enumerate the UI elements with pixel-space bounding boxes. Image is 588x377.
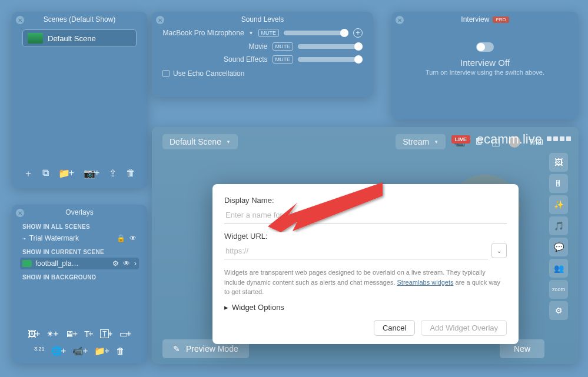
overlay-thumbnail bbox=[22, 260, 32, 267]
streamlabs-link[interactable]: Streamlabs widgets bbox=[397, 279, 454, 286]
text-add-icon[interactable]: T+ bbox=[84, 329, 94, 339]
eye-icon[interactable]: 👁 bbox=[129, 234, 137, 242]
textbox-add-icon[interactable]: 🅃+ bbox=[100, 329, 113, 339]
display-name-label: Display Name: bbox=[224, 196, 507, 205]
section-all: SHOW IN ALL SCENES bbox=[12, 219, 147, 232]
checkbox[interactable] bbox=[162, 70, 170, 77]
sound-row-fx: Sound Effects MUTE bbox=[152, 53, 373, 66]
source-label: Sound Effects bbox=[162, 55, 268, 64]
video-add-icon[interactable]: 📹+ bbox=[72, 346, 88, 356]
close-icon[interactable]: ✕ bbox=[156, 16, 164, 24]
camera-add-icon[interactable]: 📷+ bbox=[84, 168, 99, 180]
display-name-input[interactable] bbox=[224, 207, 507, 223]
scene-label: Default Scene bbox=[48, 34, 96, 43]
time-badge: 3:21 bbox=[34, 346, 45, 356]
interview-panel: ✕ InterviewPRO Interview Off Turn on Int… bbox=[391, 12, 579, 119]
chevron-right-icon: ▸ bbox=[224, 303, 228, 312]
lock-icon[interactable]: 🔒 bbox=[117, 234, 125, 242]
add-widget-button[interactable]: Add Widget Overlay bbox=[421, 320, 507, 336]
globe-add-icon[interactable]: 🌐+ bbox=[51, 346, 67, 356]
close-icon[interactable]: ✕ bbox=[396, 16, 404, 24]
chevron-icon[interactable]: › bbox=[134, 259, 137, 268]
scenes-toolbar: ＋ ⧉ 📁+ 📷+ ⇪ 🗑 bbox=[12, 168, 147, 180]
overlay-item-watermark[interactable]: ◦• Trial Watermark 🔒 👁 bbox=[12, 232, 147, 244]
scene-item[interactable]: Default Scene bbox=[22, 29, 137, 47]
mute-button[interactable]: MUTE bbox=[273, 55, 294, 64]
overlays-toolbar: 🖼+ ✴+ 🖥+ T+ 🅃+ ▭+ 3:21 🌐+ 📹+ 📁+ 🗑 bbox=[12, 329, 147, 356]
grid-icon[interactable] bbox=[547, 136, 571, 141]
trash-icon[interactable]: 🗑 bbox=[116, 346, 125, 356]
trash-icon[interactable]: 🗑 bbox=[126, 168, 135, 180]
scene-thumbnail bbox=[28, 33, 43, 44]
scene-dropdown[interactable]: Default Scene▼ bbox=[162, 134, 238, 149]
watermark-text: ecamm.live bbox=[477, 132, 542, 147]
scenes-panel: ✕ Scenes (Default Show) Default Scene ＋ … bbox=[12, 12, 147, 188]
folder-add-icon[interactable]: 📁+ bbox=[58, 168, 74, 180]
interview-hint: Turn on Interview using the switch above… bbox=[391, 69, 579, 76]
right-toolbar: 🖼 🎚 ✨ 🎵 💬 👥 zoom ⚙ bbox=[548, 136, 569, 329]
section-bg: SHOW IN BACKGROUND bbox=[12, 269, 147, 283]
source-label: Movie bbox=[162, 42, 268, 51]
volume-slider[interactable] bbox=[298, 44, 363, 49]
pro-badge: PRO bbox=[493, 16, 509, 23]
chevron-down-icon: ▼ bbox=[226, 139, 231, 145]
sound-row-movie: Movie MUTE bbox=[152, 40, 373, 53]
widget-url-label: Widget URL: bbox=[224, 232, 507, 241]
widget-modal: Display Name: Widget URL: ⌄ Widgets are … bbox=[212, 184, 519, 344]
echo-row[interactable]: Use Echo Cancellation bbox=[152, 66, 373, 81]
duplicate-icon[interactable]: ⧉ bbox=[42, 168, 49, 180]
overlays-panel: ✕ Overlays SHOW IN ALL SCENES ◦• Trial W… bbox=[12, 205, 147, 363]
overlay-label: football_pla… bbox=[35, 259, 78, 268]
echo-label: Use Echo Cancellation bbox=[173, 69, 244, 78]
adjust-tool-icon[interactable]: 🎚 bbox=[549, 174, 568, 193]
add-source-icon[interactable]: + bbox=[353, 28, 363, 38]
chevron-down-icon[interactable]: ▼ bbox=[249, 31, 254, 36]
overlay-item-football[interactable]: football_pla… ⚙ 👁 › bbox=[20, 258, 139, 269]
gif-add-icon[interactable]: ✴+ bbox=[46, 329, 58, 339]
eye-icon[interactable]: 👁 bbox=[123, 259, 130, 268]
image-tool-icon[interactable]: 🖼 bbox=[549, 153, 568, 172]
screen-add-icon[interactable]: 🖥+ bbox=[65, 329, 78, 339]
stream-dropdown[interactable]: Stream▼ bbox=[396, 134, 446, 149]
live-badge: LIVE bbox=[451, 135, 470, 144]
pencil-icon: ✎ bbox=[173, 344, 180, 353]
gear-icon[interactable]: ⚙ bbox=[549, 301, 568, 320]
close-icon[interactable]: ✕ bbox=[16, 16, 24, 24]
music-tool-icon[interactable]: 🎵 bbox=[549, 216, 568, 235]
wand-tool-icon[interactable]: ✨ bbox=[549, 195, 568, 214]
export-icon[interactable]: ⇪ bbox=[109, 168, 117, 180]
gear-icon[interactable]: ⚙ bbox=[112, 259, 119, 268]
volume-slider[interactable] bbox=[284, 31, 348, 35]
overlay-label: Trial Watermark bbox=[29, 234, 79, 242]
cancel-button[interactable]: Cancel bbox=[374, 320, 415, 336]
widget-url-input[interactable] bbox=[224, 243, 488, 259]
chevron-down-icon: ▼ bbox=[434, 139, 438, 145]
chat-tool-icon[interactable]: 💬 bbox=[549, 238, 568, 256]
interview-title: InterviewPRO bbox=[391, 12, 579, 26]
overlays-title: Overlays bbox=[12, 205, 147, 219]
url-dropdown[interactable]: ⌄ bbox=[491, 243, 507, 258]
mute-button[interactable]: MUTE bbox=[273, 42, 294, 51]
interview-status: Interview Off bbox=[391, 58, 579, 68]
close-icon[interactable]: ✕ bbox=[16, 209, 24, 217]
sound-panel: ✕ Sound Levels MacBook Pro Microphone ▼ … bbox=[152, 12, 373, 97]
interview-toggle[interactable] bbox=[476, 42, 494, 52]
volume-slider[interactable] bbox=[298, 57, 363, 62]
zoom-label[interactable]: zoom bbox=[549, 280, 568, 299]
widget-options-toggle[interactable]: ▸ Widget Options bbox=[224, 303, 507, 312]
scenes-title: Scenes (Default Show) bbox=[12, 12, 147, 26]
clip-add-icon[interactable]: ▭+ bbox=[119, 329, 132, 339]
mute-button[interactable]: MUTE bbox=[258, 29, 280, 37]
source-label: MacBook Pro Microphone bbox=[162, 29, 244, 37]
add-icon[interactable]: ＋ bbox=[24, 168, 33, 180]
sound-row-mic: MacBook Pro Microphone ▼ MUTE + bbox=[152, 26, 373, 40]
sound-title: Sound Levels bbox=[152, 12, 373, 26]
help-text: Widgets are transparent web pages design… bbox=[224, 268, 507, 297]
folder-add-icon[interactable]: 📁+ bbox=[94, 346, 109, 356]
image-add-icon[interactable]: 🖼+ bbox=[28, 329, 41, 339]
people-tool-icon[interactable]: 👥 bbox=[549, 259, 568, 278]
section-current: SHOW IN CURRENT SCENE bbox=[12, 244, 147, 258]
